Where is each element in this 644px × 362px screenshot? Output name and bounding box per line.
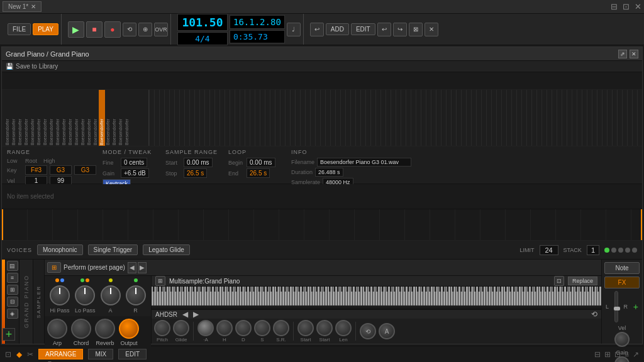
fx-button[interactable]: FX — [604, 277, 640, 288]
playhead-cursor[interactable] — [2, 209, 3, 240]
bpm-display[interactable]: 101.50 — [177, 14, 228, 31]
stack-value[interactable]: 1 — [587, 245, 599, 255]
lo-pass-knob[interactable] — [75, 285, 95, 305]
maximize-icon[interactable]: ⊡ — [623, 2, 630, 11]
dir-icon[interactable]: ⊠ — [409, 23, 423, 36]
sampler-icon-5[interactable]: ◈ — [7, 309, 18, 319]
mix-tab[interactable]: MIX — [88, 349, 113, 359]
piano-roll-area[interactable] — [2, 209, 642, 241]
a-bottom-knob[interactable] — [197, 320, 214, 336]
r-knob[interactable] — [126, 285, 146, 305]
ahdsr-loop-icon[interactable]: ⟲ — [591, 310, 597, 319]
undo-icon[interactable]: ↩ — [310, 23, 324, 36]
multisample-piano[interactable] — [152, 287, 601, 309]
chord-knob[interactable] — [71, 319, 91, 339]
stop-val[interactable]: 26.5 s — [184, 168, 207, 178]
overdub-icon[interactable]: OVR — [154, 23, 168, 36]
sampler-icon-2[interactable]: ≡ — [7, 273, 18, 283]
stack-dot-2[interactable] — [611, 248, 616, 253]
single-trigger-button[interactable]: Single Trigger — [88, 244, 138, 255]
close-icon[interactable]: ✕ — [635, 2, 641, 11]
glide-knob[interactable] — [173, 320, 189, 336]
key-high-val[interactable]: G3 — [74, 165, 96, 175]
add-button[interactable]: ADD — [326, 23, 349, 35]
arp-knob[interactable] — [47, 319, 67, 339]
s-knob[interactable] — [254, 320, 270, 336]
len-knob[interactable] — [335, 320, 352, 336]
add-icon[interactable]: + — [3, 328, 15, 341]
stack-dot-4[interactable] — [625, 248, 630, 253]
arrange-tab[interactable]: ARRANGE — [38, 349, 83, 359]
redo-icon[interactable]: ↪ — [393, 23, 407, 36]
stop-icon[interactable]: ■ — [86, 21, 103, 38]
d-knob[interactable] — [235, 320, 252, 336]
pitch-knob[interactable] — [154, 320, 170, 336]
status-icon-right-4[interactable]: ≡ — [625, 350, 629, 359]
play-icon[interactable]: ▶ — [68, 21, 84, 38]
play-button[interactable]: PLAY — [33, 23, 58, 35]
stop2-icon[interactable]: ✕ — [425, 23, 438, 36]
undo2-icon[interactable]: ↩ — [377, 23, 391, 36]
piano-float-icon[interactable]: ⇗ — [618, 50, 627, 58]
arp-pad: Arp — [47, 319, 67, 346]
status-icon-right-2[interactable]: ⊞ — [604, 350, 611, 359]
multisample-icon[interactable]: ⊞ — [155, 276, 165, 286]
end-val[interactable]: 26.5 s — [247, 168, 270, 178]
add-sample-btn[interactable]: + — [0, 326, 18, 343]
status-icon-right-1[interactable]: ⊟ — [594, 350, 601, 359]
limit-value[interactable]: 24 — [540, 245, 558, 255]
record2-icon[interactable]: ⊕ — [138, 23, 152, 36]
note-button[interactable]: Note — [604, 262, 640, 274]
status-icon-right-3[interactable]: ⊡ — [614, 350, 621, 359]
playhead-end-cursor[interactable] — [641, 209, 642, 240]
sampler-icon-1[interactable]: ▤ — [7, 261, 18, 271]
sr-knob[interactable] — [273, 320, 289, 336]
output-knob[interactable] — [119, 319, 139, 339]
legato-button[interactable]: Legato Glide — [143, 244, 190, 255]
sampler-icon-3[interactable]: ⊞ — [7, 285, 18, 295]
ahdsr-prev-icon[interactable]: ◀ — [182, 310, 188, 319]
status-icon-right-5[interactable]: ↗ — [633, 350, 639, 359]
a-end-knob[interactable]: A — [379, 323, 395, 339]
fine-val[interactable]: 0 cents — [121, 158, 147, 167]
begin-val[interactable]: 0.00 ms — [247, 158, 275, 167]
save-lib-label[interactable]: Save to Library — [16, 63, 58, 70]
close-tab-icon[interactable]: ✕ — [31, 3, 36, 10]
start-val[interactable]: 0.00 ms — [184, 158, 213, 167]
edit-button[interactable]: EDIT — [351, 23, 375, 35]
key-root-val[interactable]: G3 — [50, 165, 72, 175]
stack-dot-3[interactable] — [618, 248, 623, 253]
reverb-knob[interactable] — [95, 319, 115, 339]
a-knob[interactable] — [101, 285, 121, 305]
piano-close-icon[interactable]: ✕ — [630, 50, 638, 58]
start2-knob[interactable] — [316, 320, 333, 336]
hi-pass-knob[interactable] — [50, 285, 70, 305]
lr-slider[interactable] — [614, 291, 618, 322]
gain-val[interactable]: +6.5 dB — [121, 168, 149, 178]
sample-label-5: Boesendorfer — [30, 90, 36, 146]
mono-button[interactable]: Monophonic — [37, 244, 82, 255]
metronome-icon[interactable]: ♩ — [287, 23, 301, 36]
stack-dot-5[interactable] — [632, 248, 637, 253]
replace-button[interactable]: Replace — [568, 277, 597, 285]
time-sig-display[interactable]: 4/4 — [177, 32, 228, 45]
add-right-icon[interactable]: + — [633, 302, 638, 312]
record-icon[interactable]: ● — [104, 21, 121, 38]
sampler-icon-4[interactable]: ⊟ — [7, 297, 18, 307]
file-button[interactable]: FILE — [8, 23, 31, 35]
start1-knob[interactable] — [297, 320, 314, 336]
vel-knob[interactable] — [614, 332, 630, 347]
sampler-next-arrow[interactable]: ▶ — [138, 262, 147, 273]
h-knob[interactable] — [216, 320, 233, 336]
ahdsr-next-icon[interactable]: ▶ — [193, 310, 199, 319]
stack-dot-1[interactable] — [604, 248, 609, 253]
edit-tab[interactable]: EDIT — [118, 349, 147, 359]
minimize-icon[interactable]: ⊟ — [611, 2, 618, 11]
multisample-settings-icon[interactable]: ⊡ — [554, 276, 564, 286]
sampler-prev-arrow[interactable]: ◀ — [128, 262, 136, 273]
loop-knob[interactable]: ⟲ — [360, 323, 376, 339]
title-tab[interactable]: New 1* ✕ — [3, 1, 42, 12]
key-low-val[interactable]: F#3 — [25, 165, 47, 175]
sampler-preset-icon[interactable]: ⊞ — [47, 262, 61, 273]
loop-icon[interactable]: ⟲ — [123, 23, 136, 36]
